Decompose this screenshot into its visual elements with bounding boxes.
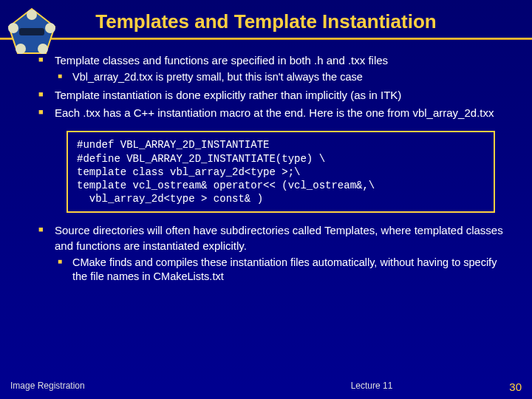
bullet-item: Template instantiation is done explicitl… (37, 88, 510, 103)
slide-content: Template classes and functions are speci… (0, 53, 532, 284)
title-underline (0, 38, 532, 40)
bullet-item: Each .txx has a C++ instantiation macro … (37, 106, 510, 120)
svg-point-5 (8, 23, 18, 33)
footer-page-number: 30 (492, 381, 522, 393)
code-block: #undef VBL_ARRAY_2D_INSTANTIATE #define … (66, 131, 495, 213)
slide-logo (6, 6, 58, 58)
sub-bullet-item: CMake finds and compiles these instantia… (55, 256, 510, 284)
slide-title: Templates and Template Instantiation (0, 0, 532, 38)
svg-point-4 (16, 44, 26, 54)
svg-rect-6 (19, 28, 44, 35)
bullet-item: Template classes and functions are speci… (37, 53, 510, 85)
sub-bullet-item: Vbl_array_2d.txx is pretty small, but th… (55, 70, 510, 85)
svg-point-3 (38, 44, 48, 54)
svg-point-2 (45, 23, 55, 33)
footer-left: Image Registration (10, 381, 251, 393)
footer-mid: Lecture 11 (251, 381, 492, 393)
bullet-item: Source directories will often have subdi… (37, 223, 510, 284)
slide-footer: Image Registration Lecture 11 30 (0, 381, 532, 393)
svg-point-1 (27, 10, 37, 20)
